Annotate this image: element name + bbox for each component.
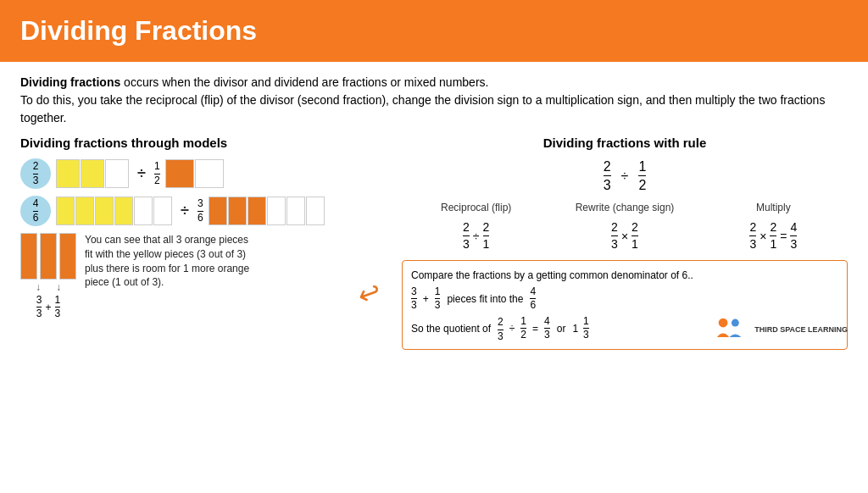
bottom-frac2: 1 3: [55, 295, 61, 319]
arrow-labels: ↓ ↓: [36, 281, 61, 293]
main-frac1-den: 3: [604, 176, 611, 193]
step2-label: Rewrite (change sign): [576, 202, 675, 213]
plus-sign: +: [45, 302, 51, 313]
yellow-block: [56, 197, 75, 225]
box-frac2: 1 3: [435, 286, 441, 311]
left-column: Dividing fractions through models 2 3: [20, 136, 385, 350]
step1-label: Reciprocal (flip): [441, 202, 511, 213]
s3-frac2: 2 1: [770, 220, 776, 252]
box-q-frac3: 4 3: [544, 316, 550, 341]
orange-block: [248, 197, 266, 225]
box-q-frac2: 1 2: [520, 316, 526, 341]
yellow-block: [56, 159, 80, 188]
bottom-section: ↓ ↓ 3 3 + 1 3: [20, 233, 385, 319]
model2-div-den: 6: [198, 212, 203, 224]
s1-op: ÷: [473, 230, 480, 243]
step1-expr: 2 3 ÷ 2 1: [463, 220, 489, 252]
model-row-2: 4 6 ÷ 3: [20, 196, 385, 226]
box-q-frac4: 1 3: [583, 316, 589, 341]
model-description: You can see that all 3 orange pieces fit…: [85, 233, 254, 319]
step-rewrite: Rewrite (change sign) 2 3 × 2 1: [550, 202, 698, 252]
step3-label: Multiply: [756, 202, 791, 213]
orange-block: [209, 197, 227, 225]
orange-col-group: [20, 233, 76, 280]
orange-columns: ↓ ↓ 3 3 + 1 3: [20, 233, 76, 319]
s3-op: ×: [760, 230, 766, 243]
box-q-div: ÷: [509, 321, 515, 336]
model2-label: 4 6: [20, 196, 51, 226]
box-line2-pre: So the quotient of: [411, 321, 491, 336]
intro-rest1: occurs when the divisor and dividend are…: [120, 75, 488, 89]
left-section-title: Dividing fractions through models: [20, 136, 385, 150]
model2-div-num: 3: [198, 198, 203, 211]
model2-div-fraction: 3 6: [198, 198, 203, 223]
intro-line2: To do this, you take the reciprocal (fli…: [20, 93, 825, 125]
white-block: [267, 197, 286, 225]
s1-frac2: 2 1: [483, 220, 490, 252]
model2-num: 4: [33, 198, 39, 211]
yellow-block: [114, 197, 133, 225]
white-block: [153, 197, 172, 225]
box-frac1: 3 3: [411, 286, 417, 311]
orange-col-block: [40, 233, 57, 280]
model1-fraction: 2 3: [33, 161, 39, 186]
s2-frac1: 2 3: [611, 220, 618, 252]
logo-text: THIRD SPACE LEARNING: [754, 325, 848, 335]
main-div-symbol: ÷: [621, 169, 629, 184]
yellow-blocks-2: [56, 197, 172, 225]
main-frac1-num: 2: [604, 158, 611, 176]
model1-den: 3: [33, 174, 39, 186]
svg-point-1: [732, 319, 739, 326]
model1-num: 2: [33, 161, 39, 174]
main-frac2-den: 2: [638, 176, 646, 193]
s3-eq: =: [780, 230, 787, 243]
box-q-frac1: 2 3: [498, 314, 504, 341]
yellow-block: [81, 159, 104, 188]
model1-label: 2 3: [20, 158, 51, 189]
yellow-block: [95, 197, 114, 225]
page-title: Dividing Fractions: [20, 15, 848, 47]
orange-col-block: [20, 233, 37, 280]
box-line1-text: Compare the fractions by a getting commo…: [411, 269, 693, 281]
arrow-down-1: ↓: [36, 281, 41, 293]
step2-expr: 2 3 × 2 1: [611, 220, 638, 252]
main-frac1: 2 3: [604, 158, 611, 193]
div-symbol-1: ÷: [137, 165, 146, 183]
s1-frac1: 2 3: [463, 220, 470, 252]
orange-block: [165, 159, 194, 188]
main-expression: 2 3 ÷ 1 2: [402, 158, 848, 193]
header: Dividing Fractions: [0, 0, 868, 62]
orange-col-block: [59, 233, 76, 280]
step-multiply: Multiply 2 3 × 2 1 =: [699, 202, 848, 252]
main-frac2: 1 2: [638, 158, 646, 193]
white-block: [306, 197, 325, 225]
step-reciprocal: Reciprocal (flip) 2 3 ÷ 2 1: [402, 202, 550, 252]
intro-bold: Dividing fractions: [20, 75, 120, 89]
yellow-block: [75, 197, 94, 225]
white-block: [195, 159, 224, 188]
box-plus: +: [423, 291, 429, 307]
model1-div-fraction: 1 2: [154, 161, 160, 186]
model1-div-den: 2: [154, 174, 160, 186]
s2-frac2: 2 1: [632, 220, 638, 252]
content-area: Dividing fractions occurs when the divis…: [0, 62, 868, 358]
white-block: [105, 159, 129, 188]
div-symbol-2: ÷: [181, 202, 189, 220]
logo-area: THIRD SPACE LEARNING: [714, 316, 848, 345]
model2-fraction: 4 6: [33, 198, 39, 223]
step3-expr: 2 3 × 2 1 = 4 3: [749, 220, 797, 252]
orange-block: [228, 197, 247, 225]
model1-div-num: 1: [154, 161, 160, 174]
box-pieces-text: pieces fit into the: [447, 291, 523, 307]
box-q-whole: 1: [572, 321, 578, 336]
model-row-1: 2 3 ÷ 1 2: [20, 158, 385, 189]
s3-frac1: 2 3: [749, 220, 756, 252]
s3-frac3: 4 3: [790, 220, 797, 252]
box-q-eq: =: [532, 321, 538, 336]
box-fracs-line: 3 3 + 1 3 pieces fit into the: [411, 286, 838, 311]
white-block: [134, 197, 153, 225]
rule-steps: Reciprocal (flip) 2 3 ÷ 2 1: [402, 202, 848, 252]
box-q-or: or: [557, 321, 566, 336]
yellow-blocks-1: [56, 159, 129, 188]
box-frac3: 4 6: [530, 286, 536, 311]
